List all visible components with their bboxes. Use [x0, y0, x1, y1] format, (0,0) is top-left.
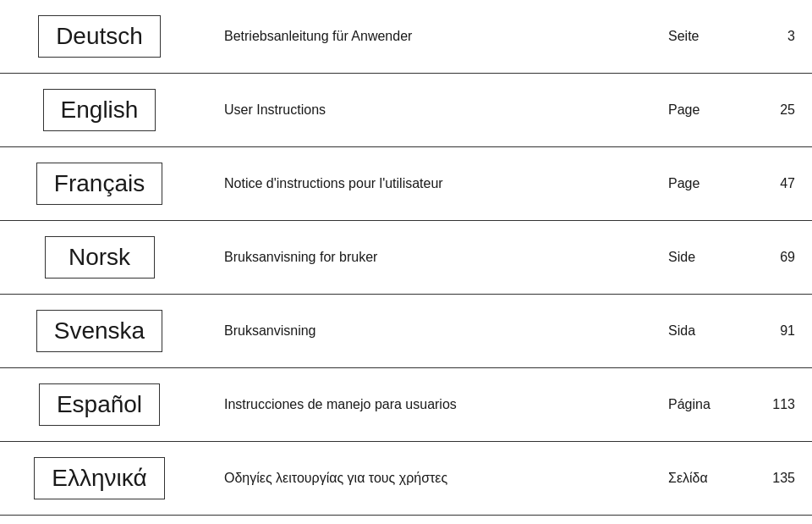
description-cell-greek: Οδηγίες λειτουργίας για τους χρήστες — [199, 464, 660, 493]
page-label-cell-english: Page — [660, 96, 744, 124]
toc-row-svenska: Svenska Bruksanvisning Sida 91 — [0, 295, 812, 368]
lang-box-svenska: Svenska — [36, 310, 162, 352]
page-label-cell-espanol: Página — [660, 390, 744, 419]
page-num-cell-svenska: 91 — [744, 317, 812, 345]
description-cell-espanol: Instrucciones de manejo para usuarios — [199, 390, 660, 419]
lang-name-norsk: Norsk — [69, 244, 130, 270]
lang-box-norsk: Norsk — [45, 236, 155, 279]
lang-name-greek: Ελληνικά — [52, 465, 146, 491]
description-cell-deutsch: Betriebsanleitung für Anwender — [199, 22, 660, 51]
page-num-cell-norsk: 69 — [744, 243, 812, 272]
toc-row-francais: Français Notice d'instructions pour l'ut… — [0, 147, 812, 221]
page-label-cell-greek: Σελίδα — [660, 464, 744, 493]
lang-name-svenska: Svenska — [54, 317, 145, 344]
toc-row-espanol: Español Instrucciones de manejo para usu… — [0, 368, 812, 442]
lang-box-greek: Ελληνικά — [34, 457, 164, 499]
toc-row-norsk: Norsk Bruksanvisning for bruker Side 69 — [0, 221, 812, 295]
description-cell-english: User Instructions — [199, 96, 660, 124]
lang-cell-english: English — [0, 82, 199, 138]
description-cell-svenska: Bruksanvisning — [199, 317, 660, 345]
lang-name-english: English — [61, 97, 139, 123]
lang-cell-espanol: Español — [0, 377, 199, 433]
page-num-cell-english: 25 — [744, 96, 812, 124]
toc-row-deutsch: Deutsch Betriebsanleitung für Anwender S… — [0, 0, 812, 74]
toc-row-english: English User Instructions Page 25 — [0, 74, 812, 147]
toc-container: Deutsch Betriebsanleitung für Anwender S… — [0, 0, 812, 524]
lang-name-deutsch: Deutsch — [56, 23, 143, 49]
page-num-cell-deutsch: 3 — [744, 22, 812, 51]
description-cell-francais: Notice d'instructions pour l'utilisateur — [199, 169, 660, 198]
toc-row-greek: Ελληνικά Οδηγίες λειτουργίας για τους χρ… — [0, 442, 812, 516]
lang-name-espanol: Español — [57, 391, 142, 417]
lang-cell-norsk: Norsk — [0, 229, 199, 285]
lang-box-english: English — [43, 89, 156, 131]
page-label-cell-deutsch: Seite — [660, 22, 744, 51]
page-num-cell-greek: 135 — [744, 464, 812, 493]
lang-cell-francais: Français — [0, 156, 199, 212]
lang-box-francais: Français — [36, 163, 162, 205]
lang-cell-greek: Ελληνικά — [0, 450, 199, 506]
description-cell-norsk: Bruksanvisning for bruker — [199, 243, 660, 272]
lang-box-espanol: Español — [39, 383, 160, 426]
page-label-cell-svenska: Sida — [660, 317, 744, 345]
lang-name-francais: Français — [54, 170, 145, 196]
page-num-cell-francais: 47 — [744, 169, 812, 198]
lang-cell-svenska: Svenska — [0, 303, 199, 359]
lang-cell-deutsch: Deutsch — [0, 8, 199, 64]
page-num-cell-espanol: 113 — [744, 390, 812, 419]
page-label-cell-norsk: Side — [660, 243, 744, 272]
page-label-cell-francais: Page — [660, 169, 744, 198]
lang-box-deutsch: Deutsch — [38, 15, 161, 58]
